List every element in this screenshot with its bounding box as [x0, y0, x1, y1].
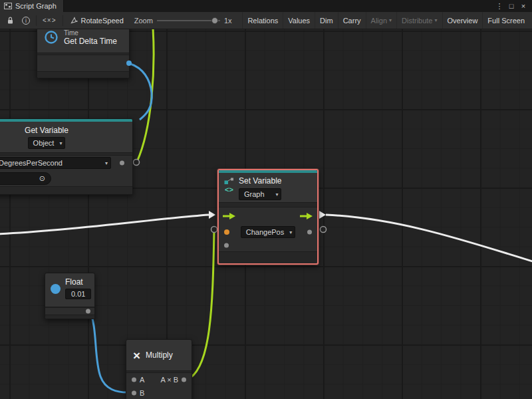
value-wire-blue-bottom[interactable] [89, 309, 131, 392]
fullscreen-button[interactable]: Full Screen [482, 12, 529, 29]
window-actions: ⋮ □ × [495, 0, 532, 12]
variable-name-row: ChangePos ▾ [219, 225, 317, 239]
target-picker-icon[interactable]: ⊙ [39, 174, 45, 183]
exec-wire-out[interactable] [326, 215, 532, 262]
node-title: Get Delta Time [64, 37, 117, 46]
exec-input-arrow-icon[interactable] [223, 212, 236, 220]
multiply-input-a-port[interactable] [132, 378, 136, 382]
node-footer [37, 71, 129, 78]
float-value-field[interactable]: 0.01 [65, 289, 91, 299]
graph-canvas[interactable]: Time Get Delta Time Get Variable Object … [0, 29, 532, 399]
zoom-slider-track [157, 20, 220, 21]
extra-port-row [219, 239, 317, 251]
float-output-port[interactable] [86, 309, 90, 314]
set-variable-output-port[interactable] [321, 227, 327, 233]
chevron-down-icon: ▾ [289, 229, 292, 237]
multiply-input-b-port[interactable] [132, 391, 136, 396]
node-title: Multiply [146, 350, 173, 360]
node-footer [45, 315, 94, 319]
variable-scope-dropdown[interactable]: Object ▾ [28, 137, 66, 149]
exec-port-row [219, 207, 317, 225]
value-input-port[interactable] [224, 229, 229, 235]
node-title: Get Variable [25, 126, 68, 135]
port-label-b: B [140, 389, 144, 397]
info-icon[interactable]: i [18, 14, 34, 27]
node-set-variable[interactable]: <> Set Variable Graph ▾ [217, 169, 319, 265]
dim-button[interactable]: Dim [315, 12, 338, 29]
value-wire-blue-top[interactable] [130, 64, 152, 120]
fallback-row: This ⊙ [0, 170, 132, 186]
overview-button[interactable]: Overview [442, 12, 483, 29]
code-icon: <> [225, 186, 233, 194]
node-header: Time Get Delta Time [37, 29, 129, 53]
lock-icon[interactable] [3, 14, 18, 27]
zoom-value: 1x [224, 17, 232, 25]
port-label-a: A [140, 376, 144, 384]
set-variable-icon: <> [224, 176, 234, 202]
delta-time-output-port[interactable] [126, 61, 132, 66]
zoom-slider[interactable] [157, 16, 220, 25]
node-title: Float [65, 277, 83, 287]
maximize-icon[interactable]: □ [507, 2, 516, 10]
menu-icon[interactable]: ⋮ [495, 2, 504, 11]
port-row-b: B [126, 386, 192, 399]
get-variable-output-port[interactable] [134, 160, 140, 166]
code-view-icon[interactable]: <×> [39, 14, 61, 27]
node-get-variable[interactable]: Get Variable Object ▾ RotationDegreesPer… [0, 118, 133, 195]
node-divider [219, 202, 317, 207]
multiply-output-port[interactable] [182, 378, 186, 382]
clock-icon [44, 30, 59, 45]
variable-name-port[interactable] [120, 161, 124, 166]
port-row [45, 308, 94, 315]
chevron-down-icon: ▾ [275, 191, 278, 199]
multiply-icon: × [133, 349, 140, 362]
chevron-down-icon: ▾ [435, 17, 438, 23]
chevron-down-icon: ▾ [389, 17, 392, 23]
graph-name: RotateSpeed [81, 17, 124, 25]
this-object-chip[interactable]: This ⊙ [0, 172, 51, 185]
node-header: × Multiply [126, 340, 192, 370]
relations-button[interactable]: Relations [242, 12, 283, 29]
set-variable-input-port[interactable] [211, 227, 217, 233]
script-graph-window: Script Graph ⋮ □ × i <×> RotateSpeed [0, 0, 532, 399]
chevron-down-icon: ▾ [59, 140, 62, 148]
node-header: <> Set Variable Graph ▾ [219, 173, 317, 202]
exec-output-arrow-icon[interactable] [300, 212, 313, 220]
node-footer [0, 186, 132, 194]
pointer-icon [70, 17, 78, 24]
node-multiply[interactable]: × Multiply A A × B B [126, 339, 192, 399]
node-title: Set Variable [239, 176, 281, 186]
tab-bar: Script Graph ⋮ □ × [0, 0, 532, 12]
carry-button[interactable]: Carry [338, 12, 366, 29]
node-get-delta-time[interactable]: Time Get Delta Time [37, 29, 130, 78]
toolbar-separator [36, 15, 37, 26]
align-dropdown: Align▾ [366, 12, 396, 29]
distribute-dropdown: Distribute▾ [396, 12, 442, 29]
variable-name-dropdown[interactable]: RotationDegreesPerSecond ▾ [0, 157, 111, 169]
variable-scope-dropdown[interactable]: Graph ▾ [239, 188, 281, 200]
node-category: Time [64, 29, 117, 37]
toolbar-buttons: Relations Values Dim Carry Align▾ Distri… [242, 12, 529, 29]
graph-toolbar: i <×> RotateSpeed Zoom 1x Relations Valu… [0, 12, 532, 29]
port-row-a: A A × B [126, 373, 192, 386]
variable-name-row: RotationDegreesPerSecond ▾ [0, 156, 132, 170]
graph-breadcrumb[interactable]: RotateSpeed [65, 17, 129, 25]
tab-script-graph[interactable]: Script Graph [0, 0, 64, 12]
fallback-input-port[interactable] [224, 243, 229, 248]
node-footer [219, 251, 317, 263]
values-button[interactable]: Values [283, 12, 315, 29]
close-icon[interactable]: × [519, 2, 528, 10]
graph-tab-icon [4, 3, 12, 9]
zoom-slider-knob[interactable] [211, 17, 218, 24]
exec-wire-in[interactable] [0, 215, 209, 234]
node-header: Get Variable Object ▾ [0, 122, 132, 152]
exec-arrowhead-in [209, 211, 215, 219]
variable-name-dropdown[interactable]: ChangePos ▾ [241, 226, 296, 238]
node-float[interactable]: Float 0.01 [45, 273, 95, 319]
port-row [37, 55, 129, 71]
exec-arrowhead-out [319, 211, 326, 219]
port-label-result: A × B [160, 376, 178, 384]
value-output-port[interactable] [307, 230, 312, 235]
node-header: Float 0.01 [45, 273, 94, 307]
tab-title: Script Graph [15, 2, 57, 10]
